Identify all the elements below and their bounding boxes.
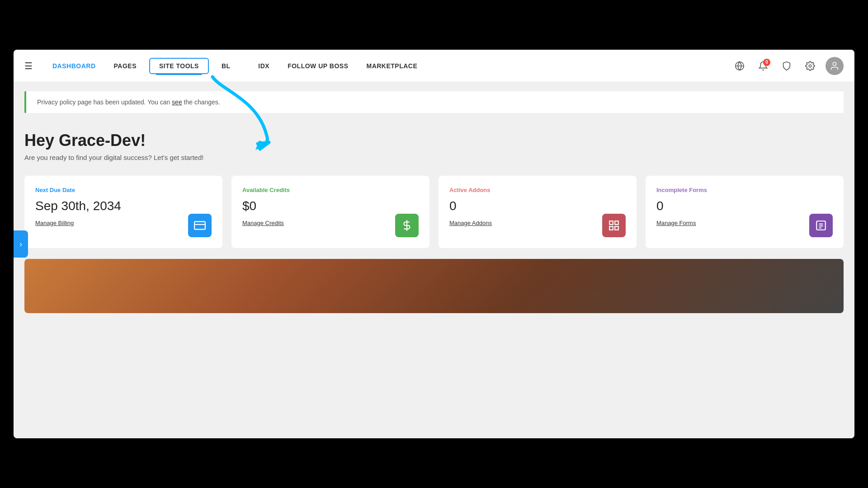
manage-billing-link[interactable]: Manage Billing xyxy=(35,220,74,226)
navbar: ☰ DASHBOARD PAGES SITE TOOLS BL IDX FOLL… xyxy=(14,50,854,82)
side-tab-icon: › xyxy=(19,239,22,249)
forms-icon xyxy=(809,214,833,237)
nav-link-site-tools[interactable]: SITE TOOLS xyxy=(149,58,209,74)
manage-forms-link[interactable]: Manage Forms xyxy=(656,220,696,226)
billing-icon xyxy=(188,214,212,237)
nav-link-idx[interactable]: IDX xyxy=(249,52,278,80)
bell-badge: 0 xyxy=(763,59,770,66)
notification-link[interactable]: see xyxy=(172,99,182,106)
card-value-incomplete-forms: 0 xyxy=(656,199,833,213)
globe-icon[interactable] xyxy=(731,58,748,74)
gear-icon[interactable] xyxy=(802,58,818,74)
notification-text-end: the changes. xyxy=(182,99,220,106)
card-incomplete-forms: Incomplete Forms 0 Manage Forms xyxy=(646,176,844,248)
card-value-active-addons: 0 xyxy=(449,199,626,213)
card-value-available-credits: $0 xyxy=(242,199,419,213)
user-avatar[interactable] xyxy=(826,57,844,75)
bell-icon[interactable]: 0 xyxy=(755,58,771,74)
image-section xyxy=(24,259,844,313)
card-label-incomplete-forms: Incomplete Forms xyxy=(656,187,833,193)
nav-link-marketplace[interactable]: MARKETPLACE xyxy=(357,52,426,80)
nav-link-pages[interactable]: PAGES xyxy=(105,52,146,80)
svg-rect-3 xyxy=(194,221,205,229)
svg-point-2 xyxy=(833,62,836,65)
content-area: Privacy policy page has been updated. Yo… xyxy=(14,82,854,438)
card-label-available-credits: Available Credits xyxy=(242,187,419,193)
nav-links: DASHBOARD PAGES SITE TOOLS BL IDX FOLLOW… xyxy=(43,52,731,80)
page-subtitle: Are you ready to find your digital succe… xyxy=(24,154,844,161)
shield-icon[interactable] xyxy=(778,58,795,74)
cards-row: Next Due Date Sep 30th, 2034 Manage Bill… xyxy=(14,165,854,259)
nav-link-follow-up-boss[interactable]: FOLLOW UP BOSS xyxy=(278,52,357,80)
svg-rect-9 xyxy=(609,226,613,230)
card-available-credits: Available Credits $0 Manage Credits xyxy=(231,176,429,248)
page-title: Hey Grace-Dev! xyxy=(24,131,844,150)
manage-credits-link[interactable]: Manage Credits xyxy=(242,220,284,226)
nav-link-dashboard[interactable]: DASHBOARD xyxy=(43,52,105,80)
nav-right: 0 xyxy=(731,57,844,75)
side-tab[interactable]: › xyxy=(14,230,28,258)
screen-wrapper: ☰ DASHBOARD PAGES SITE TOOLS BL IDX FOLL… xyxy=(0,0,868,488)
card-label-next-due-date: Next Due Date xyxy=(35,187,212,193)
card-value-next-due-date: Sep 30th, 2034 xyxy=(35,199,212,213)
nav-link-blogs[interactable]: BL xyxy=(212,52,249,80)
svg-rect-8 xyxy=(615,226,618,230)
main-area: ☰ DASHBOARD PAGES SITE TOOLS BL IDX FOLL… xyxy=(14,50,854,438)
page-heading: Hey Grace-Dev! Are you ready to find you… xyxy=(14,122,854,165)
card-label-active-addons: Active Addons xyxy=(449,187,626,193)
card-active-addons: Active Addons 0 Manage Addons xyxy=(439,176,637,248)
credits-icon xyxy=(395,214,419,237)
card-next-due-date: Next Due Date Sep 30th, 2034 Manage Bill… xyxy=(24,176,222,248)
hamburger-menu[interactable]: ☰ xyxy=(24,61,33,71)
svg-rect-6 xyxy=(609,221,613,225)
svg-rect-7 xyxy=(615,221,618,225)
notification-text: Privacy policy page has been updated. Yo… xyxy=(37,99,172,106)
notification-banner: Privacy policy page has been updated. Yo… xyxy=(24,91,844,113)
manage-addons-link[interactable]: Manage Addons xyxy=(449,220,492,226)
addons-icon xyxy=(602,214,626,237)
svg-point-1 xyxy=(809,65,811,67)
